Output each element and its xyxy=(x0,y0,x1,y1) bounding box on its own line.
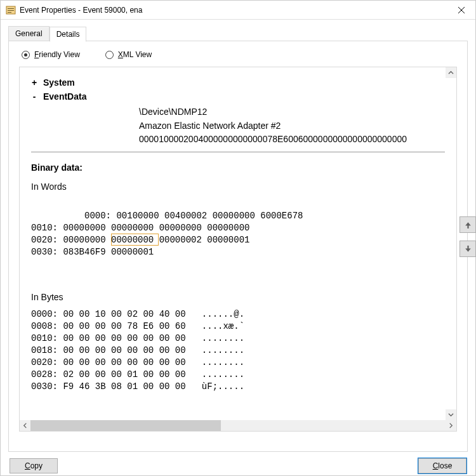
horizontal-scrollbar[interactable] xyxy=(20,420,456,431)
system-label: System xyxy=(43,77,75,88)
in-words-block: 0000: 00100000 00400002 00000000 6000E67… xyxy=(31,198,445,282)
radio-friendly-view[interactable]: Friendly View xyxy=(22,50,80,59)
dialog-footer: Copy Close xyxy=(1,452,475,476)
expand-icon: + xyxy=(31,77,37,88)
chevron-left-icon xyxy=(22,423,28,428)
copy-button[interactable]: Copy xyxy=(10,458,58,473)
svg-rect-3 xyxy=(8,12,11,13)
window-title: Event Properties - Event 59000, ena xyxy=(20,6,447,15)
dialog-body: General Details Friendly View XML View +… xyxy=(1,20,475,452)
event-properties-window: Event Properties - Event 59000, ena Gene… xyxy=(0,0,476,476)
chevron-right-icon xyxy=(448,423,454,428)
view-mode-row: Friendly View XML View xyxy=(19,50,457,59)
scroll-left-button[interactable] xyxy=(20,420,30,431)
details-panel: Friendly View XML View + System - EventD… xyxy=(8,41,468,452)
chevron-up-icon xyxy=(448,70,454,76)
window-close-button[interactable] xyxy=(447,1,475,20)
tree-node-system[interactable]: + System xyxy=(31,77,445,88)
tab-strip: General Details xyxy=(8,26,468,41)
radio-icon xyxy=(105,51,114,59)
chevron-down-icon xyxy=(448,412,454,418)
radio-xml-view[interactable]: XML View xyxy=(105,50,152,59)
collapse-icon: - xyxy=(31,91,37,102)
in-words-title: In Words xyxy=(31,182,445,192)
eventdata-values: \Device\NDMP12 Amazon Elastic Network Ad… xyxy=(139,105,445,147)
divider xyxy=(31,152,445,152)
eventdata-device: \Device\NDMP12 xyxy=(139,105,445,119)
radio-friendly-label: Friendly View xyxy=(34,50,80,59)
eventdata-hex: 0000100002004000000000000078E60060000000… xyxy=(139,133,445,147)
tab-general[interactable]: General xyxy=(8,26,50,41)
scroll-up-button[interactable] xyxy=(446,67,456,78)
tab-details[interactable]: Details xyxy=(50,27,87,42)
in-bytes-block: 0000: 00 00 10 00 02 00 40 00 ......@. 0… xyxy=(31,308,445,392)
close-button[interactable]: Close xyxy=(418,458,466,473)
close-icon xyxy=(458,7,465,13)
eventdata-adapter: Amazon Elastic Network Adapter #2 xyxy=(139,119,445,133)
svg-rect-2 xyxy=(8,10,14,11)
arrow-up-icon xyxy=(464,221,472,229)
binary-data-title: Binary data: xyxy=(31,162,445,173)
scroll-right-button[interactable] xyxy=(446,420,456,431)
eventdata-label: EventData xyxy=(43,91,86,102)
arrow-down-icon xyxy=(464,245,472,253)
prev-event-button[interactable] xyxy=(459,216,476,233)
radio-icon xyxy=(22,51,30,59)
next-event-button[interactable] xyxy=(459,241,476,257)
app-icon xyxy=(6,5,16,15)
in-bytes-title: In Bytes xyxy=(31,292,445,302)
svg-rect-1 xyxy=(8,8,14,9)
scroll-down-button[interactable] xyxy=(446,409,456,420)
titlebar: Event Properties - Event 59000, ena xyxy=(1,1,475,20)
tree-node-eventdata[interactable]: - EventData xyxy=(31,91,445,102)
radio-xml-label: XML View xyxy=(118,50,152,59)
details-content: + System - EventData \Device\NDMP12 Amaz… xyxy=(19,67,457,432)
scroll-thumb[interactable] xyxy=(30,420,221,431)
